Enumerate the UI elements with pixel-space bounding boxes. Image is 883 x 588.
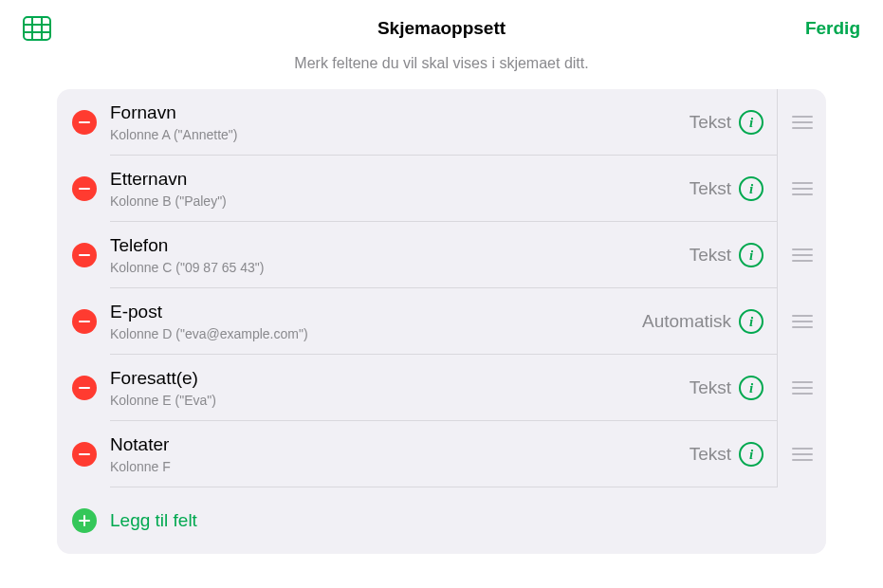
- field-text: Fornavn Kolonne A ("Annette"): [110, 101, 690, 143]
- info-icon[interactable]: i: [739, 110, 763, 135]
- drag-handle[interactable]: [777, 288, 826, 355]
- field-row: Etternavn Kolonne B ("Paley") Tekst i: [57, 156, 826, 222]
- field-list: Fornavn Kolonne A ("Annette") Tekst i Et…: [57, 89, 826, 554]
- field-title: Notater: [110, 433, 690, 456]
- field-type: Tekst: [690, 178, 731, 199]
- field-title: Etternavn: [110, 168, 690, 191]
- drag-handle[interactable]: [777, 222, 826, 288]
- minus-icon: [79, 121, 90, 124]
- field-text: E-post Kolonne D ("eva@example.com"): [110, 301, 642, 342]
- page-title: Skjemaoppsett: [137, 18, 746, 39]
- table-grid-icon[interactable]: [23, 16, 51, 41]
- minus-icon: [79, 387, 90, 390]
- delete-button[interactable]: [72, 309, 97, 334]
- reorder-icon: [792, 448, 813, 461]
- field-caption: Kolonne A ("Annette"): [110, 126, 690, 143]
- field-text: Telefon Kolonne C ("09 87 65 43"): [110, 234, 690, 276]
- field-type: Tekst: [690, 112, 731, 133]
- delete-button[interactable]: [72, 176, 97, 201]
- add-field-text: Legg til felt: [110, 509, 826, 532]
- info-icon[interactable]: i: [739, 442, 763, 467]
- field-type: Tekst: [690, 245, 731, 266]
- delete-button[interactable]: [72, 442, 97, 467]
- field-row: E-post Kolonne D ("eva@example.com") Aut…: [57, 288, 826, 355]
- field-row: Telefon Kolonne C ("09 87 65 43") Tekst …: [57, 222, 826, 288]
- reorder-icon: [792, 381, 813, 395]
- field-caption: Kolonne F: [110, 458, 690, 475]
- delete-button[interactable]: [72, 110, 97, 135]
- field-text: Notater Kolonne F: [110, 433, 690, 475]
- minus-icon: [79, 321, 90, 323]
- field-text: Foresatt(e) Kolonne E ("Eva"): [110, 367, 690, 409]
- drag-handle[interactable]: [777, 89, 826, 156]
- reorder-icon: [792, 182, 813, 195]
- add-button[interactable]: [72, 508, 97, 533]
- field-text: Etternavn Kolonne B ("Paley"): [110, 168, 690, 210]
- svg-rect-0: [24, 17, 50, 40]
- field-caption: Kolonne C ("09 87 65 43"): [110, 259, 690, 276]
- delete-button[interactable]: [72, 376, 97, 400]
- reorder-icon: [792, 315, 813, 328]
- header: Skjemaoppsett Ferdig: [0, 0, 883, 49]
- field-type: Tekst: [690, 444, 731, 465]
- info-icon[interactable]: i: [739, 243, 763, 267]
- reorder-icon: [792, 248, 813, 262]
- field-type: Tekst: [690, 377, 731, 398]
- field-row: Notater Kolonne F Tekst i: [57, 421, 826, 487]
- field-type: Automatisk: [642, 311, 731, 332]
- info-icon[interactable]: i: [739, 376, 763, 400]
- minus-icon: [79, 254, 90, 257]
- drag-handle[interactable]: [777, 421, 826, 487]
- add-field-row[interactable]: Legg til felt: [57, 487, 826, 554]
- minus-icon: [79, 453, 90, 456]
- field-row: Foresatt(e) Kolonne E ("Eva") Tekst i: [57, 355, 826, 421]
- page-subtitle: Merk feltene du vil skal vises i skjemae…: [0, 49, 883, 89]
- field-title: E-post: [110, 301, 642, 323]
- done-button[interactable]: Ferdig: [746, 18, 860, 39]
- info-icon[interactable]: i: [739, 176, 763, 201]
- header-left: [23, 16, 137, 41]
- field-row: Fornavn Kolonne A ("Annette") Tekst i: [57, 89, 826, 156]
- info-icon[interactable]: i: [739, 309, 763, 334]
- reorder-icon: [792, 116, 813, 129]
- drag-handle[interactable]: [777, 156, 826, 222]
- field-caption: Kolonne D ("eva@example.com"): [110, 325, 642, 342]
- field-caption: Kolonne B ("Paley"): [110, 193, 690, 210]
- field-title: Foresatt(e): [110, 367, 690, 390]
- field-caption: Kolonne E ("Eva"): [110, 392, 690, 409]
- minus-icon: [79, 188, 90, 191]
- field-title: Telefon: [110, 234, 690, 257]
- delete-button[interactable]: [72, 243, 97, 267]
- drag-handle[interactable]: [777, 355, 826, 421]
- field-title: Fornavn: [110, 101, 690, 124]
- add-field-label: Legg til felt: [110, 509, 826, 532]
